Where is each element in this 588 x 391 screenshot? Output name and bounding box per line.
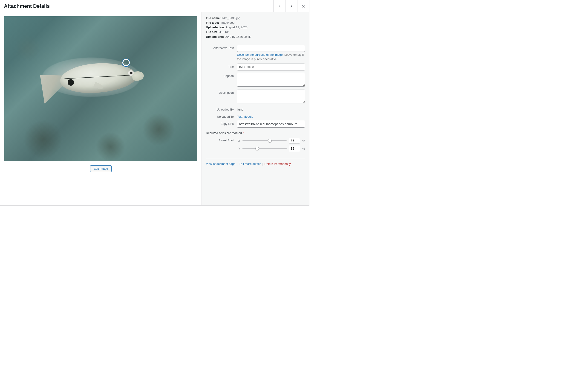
alt-text-label: Alternative Text xyxy=(206,45,237,62)
modal-title: Attachment Details xyxy=(0,3,273,9)
details-pane: File name: IMG_0133.jpg File type: image… xyxy=(202,12,309,205)
file-type-label: File type: xyxy=(206,21,219,24)
sweet-spot-y-pct: % xyxy=(302,147,305,150)
prev-attachment-button[interactable] xyxy=(273,0,285,12)
delete-permanently-link[interactable]: Delete Permanently xyxy=(264,162,291,166)
close-icon xyxy=(301,4,306,8)
file-name-value: IMG_0133.jpg xyxy=(222,16,240,20)
sep-2: | xyxy=(261,162,264,166)
required-note-text: Required fields are marked xyxy=(206,131,243,135)
dimensions-value: 2048 by 1536 pixels xyxy=(225,35,252,38)
sweet-spot-y-label: Y xyxy=(237,147,240,150)
file-meta: File name: IMG_0133.jpg File type: image… xyxy=(206,16,305,42)
file-size-label: File size: xyxy=(206,30,219,34)
next-attachment-button[interactable] xyxy=(285,0,297,12)
copy-link-input[interactable] xyxy=(237,121,305,128)
title-input[interactable] xyxy=(237,64,305,71)
required-star: * xyxy=(243,131,244,135)
settings-form: Alternative Text Describe the purpose of… xyxy=(206,45,305,166)
sweet-spot-y-slider[interactable] xyxy=(243,148,287,149)
sweet-spot-x-label: X xyxy=(237,139,240,143)
image-subject xyxy=(41,61,147,102)
view-attachment-page-link[interactable]: View attachment page xyxy=(206,162,235,166)
edit-image-button[interactable]: Edit Image xyxy=(90,165,111,172)
close-modal-button[interactable] xyxy=(297,0,309,12)
attachment-image xyxy=(4,16,197,161)
chevron-right-icon xyxy=(289,4,294,8)
file-name-label: File name: xyxy=(206,16,221,20)
chevron-left-icon xyxy=(277,4,282,8)
sweet-spot-x-pct: % xyxy=(302,139,305,143)
copy-link-label: Copy Link xyxy=(206,121,237,128)
file-size-value: 419 KB xyxy=(219,30,229,34)
uploaded-on-label: Uploaded on: xyxy=(206,26,225,29)
alt-text-help-link[interactable]: Describe the purpose of the image xyxy=(237,53,283,56)
uploaded-by-label: Uploaded By xyxy=(206,106,237,111)
attachment-details-modal: Attachment Details xyxy=(0,0,309,206)
alt-text-input[interactable] xyxy=(237,45,305,52)
sep-1: | xyxy=(235,162,239,166)
preview-wrap xyxy=(4,16,197,161)
required-note: Required fields are marked * xyxy=(206,131,305,135)
sweet-spot-label: Sweet Spot xyxy=(206,138,237,142)
uploaded-to-label: Uploaded To xyxy=(206,113,237,118)
description-label: Description xyxy=(206,90,237,104)
sweet-spot-marker[interactable] xyxy=(122,59,130,66)
alt-text-help: Describe the purpose of the image. Leave… xyxy=(237,53,305,62)
sweet-spot-x-slider[interactable] xyxy=(243,140,287,141)
modal-header: Attachment Details xyxy=(0,0,309,12)
description-input[interactable] xyxy=(237,90,305,103)
modal-body: Edit Image File name: IMG_0133.jpg File … xyxy=(0,12,309,205)
sweet-spot-y-input[interactable] xyxy=(289,146,300,151)
attachment-actions: View attachment page | Edit more details… xyxy=(206,159,305,166)
sweet-spot-x-input[interactable] xyxy=(289,138,300,143)
caption-input[interactable] xyxy=(237,73,305,87)
caption-label: Caption xyxy=(206,73,237,87)
file-type-value: image/jpeg xyxy=(220,21,235,24)
edit-more-details-link[interactable]: Edit more details xyxy=(239,162,261,166)
uploaded-to-link[interactable]: Text-Module xyxy=(237,115,253,118)
uploaded-on-value: August 11, 2020 xyxy=(226,26,248,29)
dimensions-label: Dimensions: xyxy=(206,35,224,38)
uploaded-by-value: jlund xyxy=(237,106,305,111)
preview-pane: Edit Image xyxy=(0,12,202,205)
title-label: Title xyxy=(206,64,237,71)
